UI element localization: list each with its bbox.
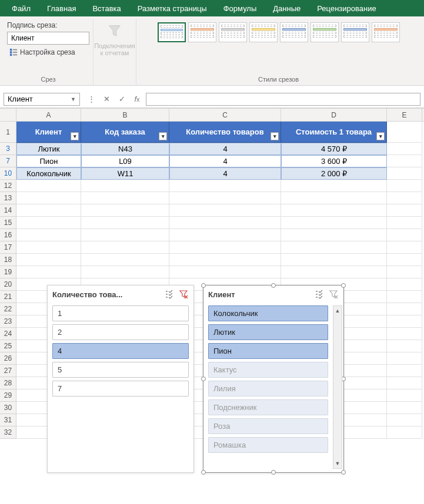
tab-page-layout[interactable]: Разметка страницы	[129, 1, 215, 16]
cell[interactable]	[169, 217, 281, 229]
row-header[interactable]: 18	[0, 254, 16, 266]
row-header[interactable]: 26	[0, 352, 16, 365]
cell[interactable]	[16, 192, 81, 204]
cell[interactable]	[387, 122, 422, 143]
cell[interactable]: Лютик	[16, 143, 81, 155]
row-header[interactable]: 20	[0, 278, 16, 291]
cell[interactable]: 3 600 ₽	[281, 155, 387, 167]
cell[interactable]	[387, 340, 422, 352]
row-header[interactable]: 30	[0, 402, 16, 414]
row-header[interactable]: 1	[0, 122, 16, 143]
cell[interactable]	[81, 204, 169, 217]
slicer-item[interactable]: 2	[52, 324, 189, 340]
row-header[interactable]: 23	[0, 315, 16, 328]
tab-review[interactable]: Рецензирование	[309, 1, 384, 16]
scroll-down-icon[interactable]: ▼	[333, 459, 342, 468]
slicer-item[interactable]: Колокольчик	[208, 305, 328, 321]
cell[interactable]: Колокольчик	[16, 167, 81, 180]
slicer-item[interactable]: Лютик	[208, 324, 328, 340]
cell[interactable]	[387, 155, 422, 167]
slicer-item[interactable]: Подснежник	[208, 399, 328, 415]
clear-filter-icon[interactable]	[178, 289, 189, 300]
resize-handle[interactable]	[341, 470, 346, 475]
cell[interactable]	[169, 180, 281, 192]
filter-dropdown-icon[interactable]: ▾	[71, 132, 79, 140]
cell[interactable]: W11	[81, 167, 169, 180]
slicer-item[interactable]: Роза	[208, 418, 328, 434]
cell[interactable]	[16, 241, 81, 254]
cell[interactable]	[281, 180, 387, 192]
style-thumb[interactable]	[249, 22, 278, 42]
cell[interactable]	[387, 143, 422, 155]
cell[interactable]	[16, 266, 81, 278]
cell[interactable]: Код заказа▾	[81, 122, 169, 143]
cell[interactable]	[169, 204, 281, 217]
cell[interactable]	[281, 204, 387, 217]
cell[interactable]	[387, 241, 422, 254]
cell[interactable]	[169, 192, 281, 204]
row-header[interactable]: 13	[0, 192, 16, 204]
tab-file[interactable]: Файл	[4, 1, 39, 16]
cell[interactable]	[169, 229, 281, 241]
cell[interactable]	[81, 217, 169, 229]
row-header[interactable]: 27	[0, 365, 16, 377]
cell[interactable]	[387, 180, 422, 192]
slicer-item[interactable]: Лилия	[208, 381, 328, 397]
formula-input[interactable]	[146, 93, 420, 106]
cell[interactable]: Стоимость 1 товара▾	[281, 122, 387, 143]
fx-icon[interactable]: fx	[131, 93, 143, 106]
slicer-item[interactable]: 1	[52, 305, 189, 321]
cell[interactable]	[387, 204, 422, 217]
cell[interactable]	[387, 315, 422, 328]
row-header[interactable]: 25	[0, 340, 16, 352]
row-header[interactable]: 17	[0, 241, 16, 254]
slicer-quantity[interactable]: Количество това... 12457	[47, 285, 194, 473]
style-thumb[interactable]	[341, 22, 369, 42]
cell[interactable]	[169, 266, 281, 278]
resize-handle[interactable]	[271, 283, 276, 288]
row-header[interactable]: 28	[0, 377, 16, 389]
tab-formulas[interactable]: Формулы	[215, 1, 265, 16]
cell[interactable]	[387, 192, 422, 204]
cell[interactable]	[16, 229, 81, 241]
cell[interactable]	[387, 414, 422, 426]
cell[interactable]	[387, 254, 422, 266]
row-header[interactable]: 3	[0, 143, 16, 155]
cell[interactable]	[387, 365, 422, 377]
resize-handle[interactable]	[201, 377, 206, 381]
fx-cancel-button[interactable]: ✕	[100, 93, 113, 106]
cell[interactable]	[387, 303, 422, 315]
cell[interactable]	[387, 266, 422, 278]
row-header[interactable]: 7	[0, 155, 16, 167]
row-header[interactable]: 15	[0, 217, 16, 229]
cell[interactable]	[387, 402, 422, 414]
cell[interactable]	[387, 377, 422, 389]
cell[interactable]: Клиент▾	[16, 122, 81, 143]
scroll-up-icon[interactable]: ▲	[333, 306, 342, 315]
resize-handle[interactable]	[271, 470, 276, 475]
cell[interactable]	[281, 254, 387, 266]
row-header[interactable]: 29	[0, 389, 16, 402]
filter-dropdown-icon[interactable]: ▾	[376, 132, 385, 140]
cell[interactable]	[387, 229, 422, 241]
multiselect-icon[interactable]	[164, 289, 175, 300]
slicer-item[interactable]: 5	[52, 362, 189, 378]
tab-insert[interactable]: Вставка	[84, 1, 129, 16]
col-header-C[interactable]: C	[169, 109, 281, 121]
cell[interactable]	[81, 241, 169, 254]
cell[interactable]	[281, 266, 387, 278]
cell[interactable]: 4 570 ₽	[281, 143, 387, 155]
filter-dropdown-icon[interactable]: ▾	[271, 132, 279, 140]
row-header[interactable]: 16	[0, 229, 16, 241]
cell[interactable]: Количество товаров▾	[169, 122, 281, 143]
style-thumb[interactable]	[158, 22, 186, 42]
cell[interactable]	[16, 180, 81, 192]
cell[interactable]	[81, 254, 169, 266]
cell[interactable]	[16, 217, 81, 229]
row-header[interactable]: 14	[0, 204, 16, 217]
row-header[interactable]: 12	[0, 180, 16, 192]
cell[interactable]	[81, 180, 169, 192]
cell[interactable]: 2 000 ₽	[281, 167, 387, 180]
chevron-down-icon[interactable]: ▼	[71, 96, 76, 102]
cell[interactable]: 4	[169, 143, 281, 155]
